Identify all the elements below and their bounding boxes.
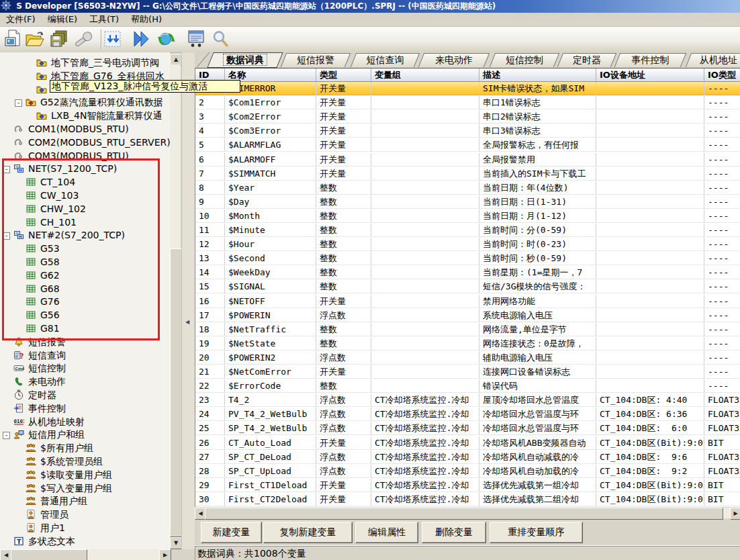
action-button-重排变量顺序[interactable]: 重排变量顺序	[490, 522, 583, 543]
tree-scroll-right-button[interactable]: ▶	[159, 549, 171, 560]
tree-item[interactable]: $写入变量用户组	[0, 482, 170, 495]
table-row[interactable]: 18$NetTraffic整数网络流量,单位是字节----	[195, 323, 740, 337]
tab-从机地址[interactable]: 从机地址	[688, 53, 740, 67]
table-row[interactable]: 19$NetState整数网络连接状态：0是故障，----	[195, 337, 740, 351]
menu-item-2[interactable]: 工具(T)	[83, 13, 125, 26]
table-row[interactable]: 1$SIMERROR开关量SIM卡错误状态，如果SIM----	[195, 82, 740, 96]
tree-item[interactable]: CW_103	[0, 189, 170, 202]
tree-item[interactable]: COM2(MODBUS_RTU_SERVER)	[0, 136, 170, 149]
tab-来电动作[interactable]: 来电动作	[421, 53, 487, 67]
tree-item[interactable]: T多状态文本	[0, 535, 170, 548]
sync-globe-button[interactable]	[156, 29, 177, 50]
tree-item[interactable]: $读取变量用户组	[0, 469, 170, 481]
tree-item[interactable]: -短信用户和组	[0, 428, 170, 441]
tree-item[interactable]: CH_101	[0, 216, 170, 229]
search-button[interactable]	[210, 29, 231, 50]
expander-minus-icon[interactable]: -	[3, 232, 10, 240]
save-button[interactable]	[48, 29, 70, 50]
tab-定时器[interactable]: 定时器	[560, 53, 614, 67]
expander-minus-icon[interactable]: -	[3, 166, 10, 173]
tree-item[interactable]: G58	[0, 256, 170, 269]
table-row[interactable]: 29First_CT1Deload开关量CT冷却塔系统监控.冷却选择优先减载第一…	[195, 479, 740, 493]
table-row[interactable]: 4$Com3Error开关量串口3错误标志----	[195, 124, 740, 138]
tree-item[interactable]: 普通用户组	[0, 495, 170, 508]
tree-item[interactable]: G56	[0, 309, 170, 322]
tree-item[interactable]: 短信报警	[0, 336, 170, 348]
table-row[interactable]: 9$Day整数当前日期：日(1-31)----	[195, 195, 740, 209]
tree-item[interactable]: Cmd短信控制	[0, 362, 170, 375]
tree-item[interactable]: ?短信查询	[0, 349, 170, 362]
table-row[interactable]: 23T4_2浮点数CT冷却塔系统监控.冷却屋顶冷却塔回水总管温度CT_104:D…	[195, 393, 740, 408]
tab-事件控制[interactable]: 事件控制	[617, 53, 684, 67]
tree-item[interactable]: G68	[0, 283, 170, 295]
tree-item[interactable]: -NET(S7_1200_TCP)	[0, 162, 170, 175]
tree-item[interactable]: 事件控制	[0, 402, 170, 415]
menu-item-1[interactable]: 编辑(E)	[42, 13, 83, 26]
tree-item[interactable]: $所有用户组	[0, 442, 170, 455]
tree-item[interactable]: CHW_102	[0, 203, 170, 216]
expander-minus-icon[interactable]: -	[15, 99, 22, 107]
table-row[interactable]: 25SP_T4_2_WetBulb浮点数CT冷却塔系统监控.冷却冷却塔回水总管温…	[195, 422, 740, 436]
tree-item[interactable]: 用户1	[0, 522, 170, 534]
table-row[interactable]: 22$ErrorCode整数错误代码----	[195, 379, 740, 393]
table-row[interactable]: 11$Minute整数当前时间：分(0-59)----	[195, 224, 740, 238]
table-row[interactable]: 14$WeekDay整数当前星期：(1=星期一，7----	[195, 266, 740, 280]
new-file-button[interactable]	[3, 29, 24, 50]
settings-wrench-button[interactable]	[71, 29, 93, 50]
table-row[interactable]: 26CT_Auto_Load开关量CT冷却塔系统监控.冷却冷却塔风机ABB变频器…	[195, 436, 740, 451]
tree-item[interactable]: 来电动作	[0, 375, 170, 388]
splitter-collapse-icon[interactable]: ◀	[185, 314, 191, 330]
action-button-删除变量[interactable]: 删除变量	[422, 522, 486, 543]
table-row[interactable]: 13$Second整数当前时间：秒(0-59)----	[195, 252, 740, 266]
table-row[interactable]: 20$POWERIN2浮点数辅助电源输入电压----	[195, 351, 740, 365]
column-header-IO类型[interactable]: IO类型	[704, 68, 740, 82]
column-header-变量组[interactable]: 变量组	[371, 68, 479, 82]
tab-短信控制[interactable]: 短信控制	[492, 53, 557, 67]
table-row[interactable]: 16$NETOFF开关量禁用网络功能----	[195, 295, 740, 309]
table-row[interactable]: 8$Year整数当前日期：年(4位数)----	[195, 181, 740, 195]
tree-item[interactable]: LXB_4N智能流量积算仪通	[0, 109, 170, 122]
selected-tree-item-label[interactable]: 地下管廊_V123_脉冲信号复位与激活	[50, 80, 240, 93]
tree-item[interactable]: 地下管廊_三号电动调节阀	[0, 56, 170, 69]
tree-vscrollbar-thumb[interactable]	[170, 248, 182, 537]
action-button-复制新建变量[interactable]: 复制新建变量	[263, 522, 353, 543]
tree-item[interactable]: G53	[0, 242, 170, 255]
tree-item[interactable]: COM3(MODBUS_RTU)	[0, 150, 170, 162]
tab-数据词典[interactable]: 数据词典	[210, 52, 280, 68]
table-scroll-right-button[interactable]: ▶	[730, 508, 740, 520]
panel-splitter[interactable]	[181, 52, 196, 549]
menu-item-0[interactable]: 文件(F)	[0, 13, 42, 26]
table-row[interactable]: 6$ALARMOFF开关量全局报警禁用----	[195, 153, 740, 167]
table-row[interactable]: 2$Com1Error开关量串口1错误标志----	[195, 96, 740, 110]
action-button-编辑属性[interactable]: 编辑属性	[355, 522, 418, 543]
table-row[interactable]: 3$Com2Error开关量串口2错误标志----	[195, 110, 740, 124]
tree-hscrollbar-thumb[interactable]	[11, 549, 87, 560]
tree-item[interactable]: CT_104	[0, 176, 170, 189]
table-row[interactable]: 24PV_T4_2_WetBulb浮点数CT冷却塔系统监控.冷却冷却塔回水总管温…	[195, 408, 740, 422]
table-row[interactable]: 15$SIGNAL整数短信/3G模块的信号强度：----	[195, 280, 740, 294]
tree-item[interactable]: 0101从机地址映射	[0, 416, 170, 428]
tree-item[interactable]: 定时器	[0, 389, 170, 402]
table-row[interactable]: 12$Hour整数当前时间：时(0-23)----	[195, 238, 740, 252]
data-grid-button[interactable]	[102, 29, 124, 50]
tree-item[interactable]: -G52蒸汽流量积算仪通讯数据	[0, 96, 170, 109]
table-row[interactable]: 10$Month整数当前日期：月(1-12)----	[195, 209, 740, 224]
table-row[interactable]: 7$SIMMATCH开关量当前插入的SIM卡与下载工----	[195, 167, 740, 181]
device-monitor-button[interactable]	[185, 29, 207, 50]
tree-item[interactable]: -NET#2(S7_200_TCP)	[0, 229, 170, 242]
table-row[interactable]: 5$ALARMFLAG开关量全局报警标志，有任何报----	[195, 138, 740, 152]
tree-item[interactable]: $系统管理员组	[0, 455, 170, 468]
column-header-类型[interactable]: 类型	[316, 68, 371, 82]
tab-短信查询[interactable]: 短信查询	[353, 53, 417, 67]
table-row[interactable]: 17$POWERIN浮点数系统电源输入电压----	[195, 309, 740, 323]
menu-item-3[interactable]: 帮助(H)	[125, 13, 168, 26]
table-row[interactable]: 28SP_CT_UpLoad浮点数CT冷却塔系统监控.冷却冷却塔风机自动加载的冷…	[195, 465, 740, 479]
table-row[interactable]: 30First_CT2Deload开关量CT冷却塔系统监控.冷却选择优先减载第二…	[195, 493, 740, 507]
open-project-button[interactable]	[24, 29, 46, 50]
tab-短信报警[interactable]: 短信报警	[283, 53, 348, 67]
tree-item[interactable]: G62	[0, 269, 170, 282]
tree-item[interactable]: COM1(MODBUS_RTU)	[0, 123, 170, 136]
column-header-IO设备地址[interactable]: IO设备地址	[596, 68, 704, 82]
tree-scroll-down-button[interactable]: ▼	[170, 537, 182, 549]
table-row[interactable]: 27SP_CT_DeLoad浮点数CT冷却塔系统监控.冷却冷却塔风机自动减载的冷…	[195, 451, 740, 465]
